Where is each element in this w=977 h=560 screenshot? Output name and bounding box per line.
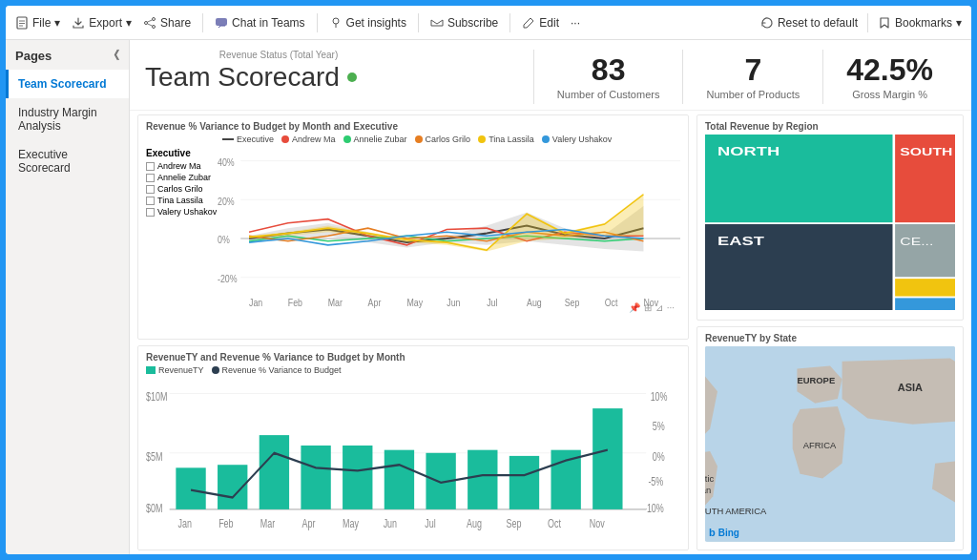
- legend-tina-icon: [478, 135, 486, 143]
- svg-text:Jun: Jun: [447, 297, 460, 308]
- insights-button[interactable]: Get insights: [329, 16, 406, 30]
- revenue-bar-chart: $10M $5M $0M 10% 5% 0% -5% -10%: [146, 379, 680, 534]
- legend-revenuety: RevenueTY: [146, 365, 204, 375]
- bar-nov: [592, 408, 622, 509]
- svg-text:AFRICA: AFRICA: [803, 440, 837, 450]
- svg-rect-0: [17, 17, 27, 29]
- legend-revenuety-icon: [146, 366, 156, 374]
- filter-checkbox-andrew[interactable]: [146, 162, 155, 171]
- charts-left: Revenue % Variance to Budget by Month an…: [137, 114, 689, 550]
- svg-text:May: May: [343, 516, 359, 529]
- svg-text:Aug: Aug: [467, 516, 482, 529]
- svg-point-5: [145, 21, 148, 24]
- report-title-area: Revenue Status (Total Year) Team Scoreca…: [145, 50, 412, 93]
- svg-text:Apr: Apr: [302, 516, 316, 529]
- treemap-title: Total Revenue by Region: [705, 121, 955, 132]
- svg-text:May: May: [406, 297, 423, 308]
- report-content: Revenue Status (Total Year) Team Scoreca…: [130, 40, 971, 554]
- svg-text:Feb: Feb: [288, 297, 303, 308]
- svg-text:Jan: Jan: [249, 297, 262, 308]
- svg-text:Ocean: Ocean: [705, 486, 711, 496]
- svg-text:5%: 5%: [653, 420, 665, 433]
- sidebar-item-executive[interactable]: Executive Scorecard: [6, 140, 129, 182]
- legend-executive-icon: [222, 138, 234, 140]
- svg-text:Jul: Jul: [487, 297, 497, 308]
- sidebar-item-team-scorecard[interactable]: Team Scorecard: [6, 70, 129, 98]
- toolbar-sep-5: [867, 13, 868, 32]
- more-icon[interactable]: ···: [667, 302, 675, 313]
- legend-annelie-icon: [343, 135, 351, 143]
- sidebar: Pages 《 Team Scorecard Industry Margin A…: [6, 40, 130, 554]
- expand-icon[interactable]: ⊞: [644, 302, 652, 313]
- bookmarks-button[interactable]: Bookmarks ▾: [878, 16, 962, 30]
- chat-button[interactable]: Chat in Teams: [215, 16, 304, 30]
- legend-valery: Valery Ushakov: [542, 135, 612, 144]
- filter-valery[interactable]: Valery Ushakov: [146, 207, 218, 217]
- treemap-blue: [895, 299, 955, 311]
- svg-text:$0M: $0M: [146, 501, 162, 514]
- svg-text:Aug: Aug: [527, 297, 542, 308]
- treemap-yellow: [895, 279, 955, 296]
- edit-button[interactable]: Edit: [522, 16, 559, 30]
- sidebar-item-industry[interactable]: Industry Margin Analysis: [6, 98, 129, 140]
- more-options[interactable]: ···: [571, 16, 580, 30]
- svg-text:CE...: CE...: [900, 237, 933, 248]
- bar-apr: [301, 446, 330, 509]
- svg-rect-9: [216, 18, 227, 26]
- app-frame: File ▾ Export ▾ Share Chat in Teams Get …: [6, 6, 971, 554]
- kpi-row: 83 Number of Customers 7 Number of Produ…: [533, 50, 956, 104]
- export-menu[interactable]: Export ▾: [72, 16, 132, 30]
- filter-checkbox-valery[interactable]: [146, 208, 155, 217]
- pin-icon[interactable]: 📌: [629, 302, 640, 313]
- legend-carlos: Carlos Grilo: [415, 135, 471, 144]
- filter-carlos[interactable]: Carlos Grilo: [146, 184, 218, 194]
- toolbar-right: Reset to default Bookmarks ▾: [760, 13, 962, 32]
- filter-checkbox-carlos[interactable]: [146, 185, 155, 194]
- revenue-legend: RevenueTY Revenue % Variance to Budget: [146, 365, 680, 375]
- share-button[interactable]: Share: [143, 16, 191, 30]
- svg-text:20%: 20%: [218, 196, 235, 207]
- treemap-box: Total Revenue by Region NORTH SOUTH EAST: [696, 114, 964, 321]
- subscribe-button[interactable]: Subscribe: [430, 16, 498, 30]
- filter-andrew[interactable]: Andrew Ma: [146, 161, 218, 171]
- svg-text:Jul: Jul: [425, 516, 435, 529]
- filter-checkbox-annelie[interactable]: [146, 174, 155, 182]
- bar-aug: [468, 449, 497, 508]
- svg-text:Apr: Apr: [368, 297, 382, 308]
- svg-text:SOUTH AMERICA: SOUTH AMERICA: [705, 507, 767, 517]
- legend-carlos-icon: [415, 135, 423, 143]
- svg-text:Oct: Oct: [605, 297, 618, 308]
- legend-andrew-icon: [281, 135, 289, 143]
- svg-text:-5%: -5%: [648, 474, 663, 487]
- treemap-ce: [895, 224, 955, 277]
- legend-variance: Revenue % Variance to Budget: [212, 365, 342, 375]
- filter-checkbox-tina[interactable]: [146, 197, 155, 205]
- charts-area: Revenue % Variance to Budget by Month an…: [130, 111, 971, 554]
- kpi-margin: 42.5% Gross Margin %: [822, 50, 956, 104]
- variance-chart-legend: Executive Andrew Ma Annelie Zubar: [222, 135, 680, 144]
- filter-icon[interactable]: ⊿: [655, 302, 663, 313]
- svg-text:10%: 10%: [651, 390, 668, 404]
- svg-point-6: [153, 25, 156, 28]
- main-content: Pages 《 Team Scorecard Industry Margin A…: [6, 40, 971, 554]
- reset-button[interactable]: Reset to default: [760, 16, 858, 30]
- sidebar-collapse[interactable]: 《: [108, 48, 119, 64]
- map-box: RevenueTY by State: [696, 326, 964, 550]
- file-menu[interactable]: File ▾: [15, 16, 60, 30]
- filter-annelie[interactable]: Annelie Zubar: [146, 173, 218, 182]
- legend-executive: Executive: [222, 135, 274, 144]
- legend-tina: Tina Lassila: [478, 135, 534, 144]
- filter-tina[interactable]: Tina Lassila: [146, 196, 218, 205]
- toolbar-sep-3: [418, 13, 419, 32]
- map-title: RevenueTY by State: [705, 333, 955, 343]
- status-label: Revenue Status (Total Year): [145, 50, 412, 60]
- svg-line-7: [147, 19, 152, 21]
- status-indicator: [347, 73, 357, 82]
- map-svg: NORTH AMERICA EUROPE ASIA Atlantic Ocean…: [705, 346, 955, 542]
- executive-filter: Executive Andrew Ma Annelie Zubar: [146, 148, 218, 316]
- svg-text:$5M: $5M: [146, 449, 162, 463]
- bar-jan: [176, 467, 205, 509]
- svg-text:Nov: Nov: [590, 516, 605, 529]
- map-visual: NORTH AMERICA EUROPE ASIA Atlantic Ocean…: [705, 346, 955, 542]
- svg-point-10: [333, 18, 339, 24]
